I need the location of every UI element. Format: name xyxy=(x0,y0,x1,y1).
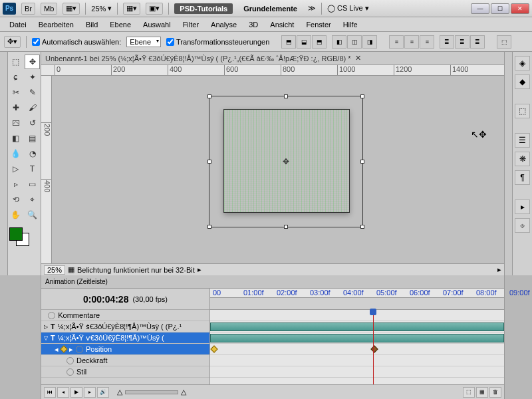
path-selection-tool[interactable]: ▷ xyxy=(8,162,23,176)
move-tool-preset[interactable]: ✥▾ xyxy=(4,36,21,48)
actions-panel-icon[interactable]: ▸ xyxy=(515,200,530,214)
timeline-row[interactable] xyxy=(210,366,504,378)
status-zoom-field[interactable]: 25% xyxy=(44,265,65,275)
align-vcenter-button[interactable]: ⬓ xyxy=(297,35,311,49)
transform-center-icon[interactable]: ✥ xyxy=(283,157,289,166)
delete-button[interactable]: 🗑 xyxy=(489,387,501,398)
right-panels-collapse-strip[interactable] xyxy=(504,52,512,275)
type-tool[interactable]: T xyxy=(25,162,40,176)
cslive-button[interactable]: ◯ CS Live ▾ xyxy=(327,4,369,13)
transform-handle[interactable] xyxy=(207,225,211,229)
dodge-tool[interactable]: ◔ xyxy=(25,146,40,161)
clone-stamp-tool[interactable]: ⮹ xyxy=(8,116,23,130)
window-close-button[interactable]: ✕ xyxy=(511,3,529,14)
timeline-playhead[interactable] xyxy=(373,310,374,384)
distribute-top-button[interactable]: ≡ xyxy=(389,35,404,49)
ruler-vertical[interactable]: 200400 xyxy=(41,76,52,263)
transform-handle[interactable] xyxy=(207,94,211,98)
history-panel-icon[interactable]: ⟐ xyxy=(515,218,530,233)
menu-fenster[interactable]: Fenster xyxy=(301,19,336,30)
bridge-button[interactable]: Br xyxy=(21,3,35,15)
navigator-panel-icon[interactable]: ⬚ xyxy=(515,104,530,118)
canvas[interactable]: ✥ ↖✥ xyxy=(52,76,504,263)
convert-frames-button[interactable]: ▦ xyxy=(476,387,488,398)
keyframe-icon[interactable] xyxy=(370,345,378,352)
toggle-onion-skin-button[interactable]: ⬚ xyxy=(463,387,475,398)
workspace-active[interactable]: PSD-Tutorials xyxy=(174,3,233,14)
distribute-vcenter-button[interactable]: ≡ xyxy=(404,35,419,49)
shape-tool[interactable]: ▭ xyxy=(25,177,40,192)
workspace-more-icon[interactable]: ≫ xyxy=(308,4,316,13)
menu-ansicht[interactable]: Ansicht xyxy=(265,19,299,30)
stopwatch-icon[interactable] xyxy=(66,368,74,376)
rewind-button[interactable]: ⏮ xyxy=(44,387,56,398)
stopwatch-icon[interactable] xyxy=(48,312,55,319)
menu-bearbeiten[interactable]: Bearbeiten xyxy=(33,19,79,30)
eraser-tool[interactable]: ◧ xyxy=(8,131,23,146)
distribute-left-button[interactable]: ≣ xyxy=(440,35,454,49)
next-keyframe-icon[interactable]: ▸ xyxy=(69,345,73,354)
align-bottom-button[interactable]: ⬒ xyxy=(312,35,327,49)
document-tab[interactable]: Unbenannt-1 bei 25% (¼;x¦Ã•Ÿ €3ôÚ€ÿÈ8¦!Å… xyxy=(41,52,504,65)
view-extras-button[interactable]: ▦▾ xyxy=(63,3,80,15)
layer-duration-bar[interactable] xyxy=(210,323,504,331)
stopwatch-icon[interactable] xyxy=(76,346,83,353)
color-swatches[interactable] xyxy=(8,226,41,247)
menu-datei[interactable]: Datei xyxy=(4,19,32,30)
menu-auswahl[interactable]: Auswahl xyxy=(138,19,176,30)
history-brush-tool[interactable]: ↺ xyxy=(25,116,40,130)
timeline-row[interactable] xyxy=(210,310,504,321)
next-frame-button[interactable]: ▸ xyxy=(84,387,96,398)
align-left-button[interactable]: ◧ xyxy=(332,35,346,49)
auto-select-checkbox[interactable]: Automatisch auswählen: xyxy=(32,38,121,46)
transform-bounding-box[interactable]: ✥ xyxy=(209,96,363,227)
transform-controls-checkbox[interactable]: Transformationssteuerungen xyxy=(166,38,269,46)
toolbox-collapse-strip[interactable] xyxy=(0,52,8,275)
layers-panel-icon[interactable]: ◈ xyxy=(515,56,530,70)
expand-icon[interactable]: ▷ xyxy=(44,324,48,330)
timeline-row[interactable] xyxy=(210,355,504,366)
transform-handle[interactable] xyxy=(360,94,364,98)
status-nav-icon[interactable]: ▦ xyxy=(68,265,74,274)
status-more-icon[interactable]: ▸ xyxy=(198,265,201,274)
healing-brush-tool[interactable]: ✚ xyxy=(8,100,23,115)
animation-timeline[interactable]: 00 01:00f 02:00f 03:00f 04:00f 05:00f 06… xyxy=(210,289,504,384)
audio-toggle-button[interactable]: 🔊 xyxy=(97,387,109,398)
minibridge-button[interactable]: Mb xyxy=(41,3,57,15)
hand-tool[interactable]: ✋ xyxy=(8,207,23,222)
magic-wand-tool[interactable]: ✦ xyxy=(25,70,40,84)
animation-panel-tab[interactable]: Animation (Zeitleiste) xyxy=(41,275,504,289)
animation-current-time[interactable]: 0:00:04:28 (30,00 fps) xyxy=(41,289,209,310)
move-tool[interactable]: ✥ xyxy=(25,55,40,69)
timeline-ruler[interactable]: 00 01:00f 02:00f 03:00f 04:00f 05:00f 06… xyxy=(210,289,504,298)
transform-handle[interactable] xyxy=(360,160,364,164)
screen-mode-button[interactable]: ▣▾ xyxy=(146,3,163,15)
brush-tool[interactable]: 🖌 xyxy=(25,100,40,115)
distribute-bottom-button[interactable]: ≡ xyxy=(420,35,434,49)
align-top-button[interactable]: ⬒ xyxy=(281,35,296,49)
window-maximize-button[interactable]: ☐ xyxy=(491,3,509,14)
timeline-row-position[interactable] xyxy=(210,344,504,355)
styles-panel-icon[interactable]: ❋ xyxy=(515,152,530,166)
tab-close-icon[interactable]: ✕ xyxy=(355,54,361,63)
menu-3d[interactable]: 3D xyxy=(243,19,263,30)
foreground-color[interactable] xyxy=(9,227,23,241)
window-minimize-button[interactable]: — xyxy=(471,3,489,14)
align-hcenter-button[interactable]: ◫ xyxy=(347,35,362,49)
transform-handle[interactable] xyxy=(284,94,288,98)
adjustments-panel-icon[interactable]: ☰ xyxy=(515,133,530,148)
track-layer1[interactable]: ▷T ¼;x¦Ã•Ÿ ṡ€3ôÚ€ÿÈ8¦!¶Å)™Ùsÿ ( (P¿.¹ xyxy=(41,321,209,332)
paragraph-panel-icon[interactable]: ¶ xyxy=(515,170,530,185)
menu-bild[interactable]: Bild xyxy=(80,19,103,30)
blur-tool[interactable]: 💧 xyxy=(8,146,23,161)
menu-hilfe[interactable]: Hilfe xyxy=(338,19,363,30)
menu-ebene[interactable]: Ebene xyxy=(104,19,136,30)
3d-tool[interactable]: ⟲ xyxy=(8,192,23,207)
menu-analyse[interactable]: Analyse xyxy=(205,19,242,30)
prev-keyframe-icon[interactable]: ◂ xyxy=(55,345,59,354)
track-layer2[interactable]: ▽T ¼;x¦Ã•Ÿ ѵ€3ôÚ€ÿÈ8¦!¶Å)™Ùsÿ ( xyxy=(41,332,209,344)
timeline-work-area[interactable] xyxy=(210,298,504,310)
scrollbar-right-icon[interactable]: ▸ xyxy=(497,265,501,274)
distribute-hcenter-button[interactable]: ≣ xyxy=(455,35,469,49)
transform-handle[interactable] xyxy=(284,225,288,229)
